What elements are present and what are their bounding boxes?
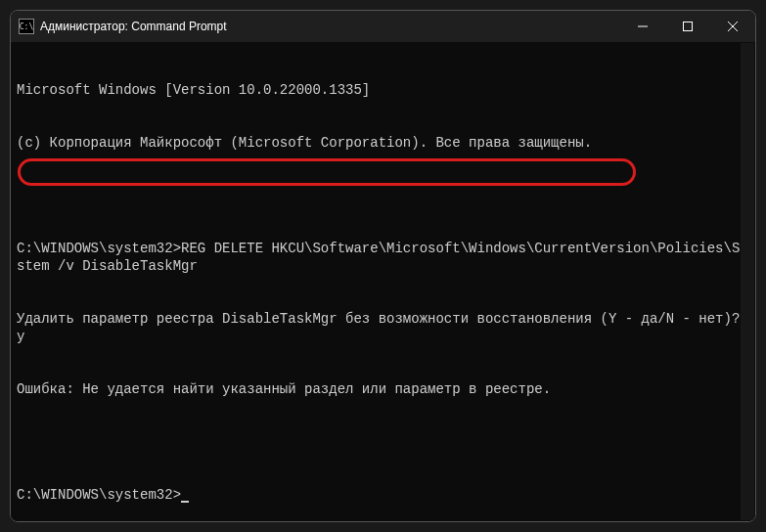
output-line: Microsoft Windows [Version 10.0.22000.13…	[17, 81, 749, 99]
terminal-output[interactable]: Microsoft Windows [Version 10.0.22000.13…	[11, 42, 755, 521]
window-title: Администратор: Command Prompt	[40, 20, 227, 33]
prompt: C:\WINDOWS\system32>	[17, 487, 181, 503]
scrollbar[interactable]	[741, 43, 754, 520]
error-line: Ошибка: Не удается найти указанный разде…	[17, 380, 749, 398]
output-line	[17, 187, 749, 204]
output-line	[17, 433, 749, 451]
maximize-button[interactable]	[665, 11, 710, 42]
titlebar-left: C:\ Администратор: Command Prompt	[19, 19, 227, 34]
output-line: (c) Корпорация Майкрософт (Microsoft Cor…	[17, 134, 749, 152]
close-button[interactable]	[710, 11, 755, 42]
cmd-icon: C:\	[19, 19, 34, 34]
cursor	[181, 501, 189, 503]
prompt: C:\WINDOWS\system32>	[17, 241, 181, 256]
scrollbar-thumb[interactable]	[741, 43, 754, 520]
output-line: Удалить параметр реестра DisableTaskMgr …	[17, 310, 749, 345]
prompt-line: C:\WINDOWS\system32>	[17, 486, 749, 504]
command-prompt-window: C:\ Администратор: Command Prompt Micros…	[10, 10, 756, 522]
svg-rect-1	[684, 22, 693, 31]
annotation-highlight	[18, 158, 636, 186]
window-controls	[620, 11, 755, 42]
minimize-button[interactable]	[620, 11, 665, 42]
command-line: C:\WINDOWS\system32>REG DELETE HKCU\Soft…	[17, 240, 749, 275]
titlebar[interactable]: C:\ Администратор: Command Prompt	[11, 11, 755, 42]
